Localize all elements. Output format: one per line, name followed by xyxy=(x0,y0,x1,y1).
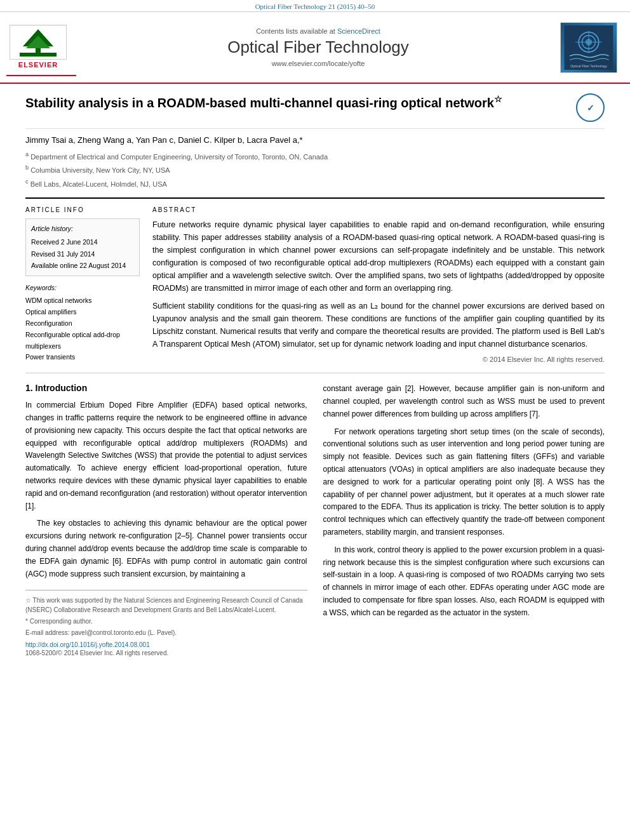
abstract-copyright: © 2014 Elsevier Inc. All rights reserved… xyxy=(152,356,605,363)
intro-heading: 1. Introduction xyxy=(25,383,307,393)
keyword-3: Reconfiguration xyxy=(25,318,140,330)
journal-citation: Optical Fiber Technology 21 (2015) 40–50 xyxy=(255,3,375,10)
abstract-para1: Future networks require dynamic physical… xyxy=(152,218,605,295)
star-mark: ☆ xyxy=(494,94,502,104)
keywords-section: Keywords: WDM optical networks Optical a… xyxy=(25,283,140,363)
elsevier-logo-area: ELSEVIER xyxy=(6,18,76,76)
elsevier-logo-image xyxy=(10,25,67,60)
keyword-2: Optical amplifiers xyxy=(25,307,140,318)
footnote-2: * Corresponding author. xyxy=(25,617,307,626)
copyright-footer: 1068-5200/© 2014 Elsevier Inc. All right… xyxy=(25,650,307,657)
journal-title: Optical Fiber Technology xyxy=(76,37,560,57)
available-date: Available online 22 August 2014 xyxy=(31,260,134,272)
intro-para-1: In commercial Erbium Doped Fibre Amplifi… xyxy=(25,399,307,512)
keyword-4: Reconfigurable optical add-drop multiple… xyxy=(25,330,140,352)
journal-header: ELSEVIER Contents lists available at Sci… xyxy=(0,12,630,84)
authors-line: Jimmy Tsai a, Zheng Wang a, Yan Pan c, D… xyxy=(25,135,605,145)
crossmark-badge[interactable] xyxy=(576,93,605,122)
sciencedirect-link[interactable]: ScienceDirect xyxy=(337,27,380,35)
section-divider xyxy=(25,373,605,373)
journal-thumbnail: Optical Fiber Technology xyxy=(560,22,617,73)
keyword-1: WDM optical networks xyxy=(25,295,140,307)
intro-para-r3: In this work, control theory is applied … xyxy=(323,544,605,620)
keyword-5: Power transients xyxy=(25,352,140,363)
intro-body-text-left: In commercial Erbium Doped Fibre Amplifi… xyxy=(25,399,307,580)
intro-body-text-right: constant average gain [2]. However, beca… xyxy=(323,383,605,619)
affiliations: a Department of Electrical and Computer … xyxy=(25,150,605,190)
affiliation-b: b Columbia University, New York City, NY… xyxy=(25,163,605,176)
intro-right-column: constant average gain [2]. However, beca… xyxy=(323,383,605,657)
history-title: Article history: xyxy=(31,223,134,235)
intro-left-column: 1. Introduction In commercial Erbium Dop… xyxy=(25,383,307,657)
article-info-heading: ARTICLE INFO xyxy=(25,206,140,213)
journal-citation-bar: Optical Fiber Technology 21 (2015) 40–50 xyxy=(0,0,630,12)
article-info-abstract-section: ARTICLE INFO Article history: Received 2… xyxy=(25,197,605,363)
footnote-1: ☆ This work was supported by the Natural… xyxy=(25,596,307,615)
journal-center: Contents lists available at ScienceDirec… xyxy=(76,27,560,67)
doi-link[interactable]: http://dx.doi.org/10.1016/j.yofte.2014.0… xyxy=(25,641,307,648)
footnotes: ☆ This work was supported by the Natural… xyxy=(25,590,307,637)
abstract-panel: ABSTRACT Future networks require dynamic… xyxy=(152,206,605,363)
abstract-text: Future networks require dynamic physical… xyxy=(152,218,605,350)
intro-para-2: The key obstacles to achieving this dyna… xyxy=(25,517,307,580)
article-main-title: Stability analysis in a ROADM-based mult… xyxy=(25,93,566,112)
article-info-panel: ARTICLE INFO Article history: Received 2… xyxy=(25,206,140,363)
affiliation-a: a Department of Electrical and Computer … xyxy=(25,150,605,163)
keywords-title: Keywords: xyxy=(25,283,140,294)
revised-date: Revised 31 July 2014 xyxy=(31,248,134,260)
sciencedirect-info: Contents lists available at ScienceDirec… xyxy=(76,27,560,35)
footnote-3: E-mail address: pavel@control.toronto.ed… xyxy=(25,628,307,637)
affiliation-c: c Bell Labs, Alcatel-Lucent, Holmdel, NJ… xyxy=(25,177,605,190)
article-title-section: Stability analysis in a ROADM-based mult… xyxy=(25,93,605,129)
elsevier-wordmark: ELSEVIER xyxy=(18,61,58,69)
svg-text:Optical Fiber Technology: Optical Fiber Technology xyxy=(570,63,607,67)
abstract-para2: Sufficient stability conditions for the … xyxy=(152,300,605,350)
abstract-heading: ABSTRACT xyxy=(152,206,605,213)
intro-para-r1: constant average gain [2]. However, beca… xyxy=(323,383,605,420)
article-content: Stability analysis in a ROADM-based mult… xyxy=(0,84,630,669)
article-history: Article history: Received 2 June 2014 Re… xyxy=(25,218,140,277)
intro-para-r2: For network operations targeting short s… xyxy=(323,426,605,539)
svg-rect-4 xyxy=(20,53,57,57)
journal-url: www.elsevier.com/locate/yofte xyxy=(76,60,560,67)
introduction-section: 1. Introduction In commercial Erbium Dop… xyxy=(25,383,605,657)
received-date: Received 2 June 2014 xyxy=(31,236,134,248)
